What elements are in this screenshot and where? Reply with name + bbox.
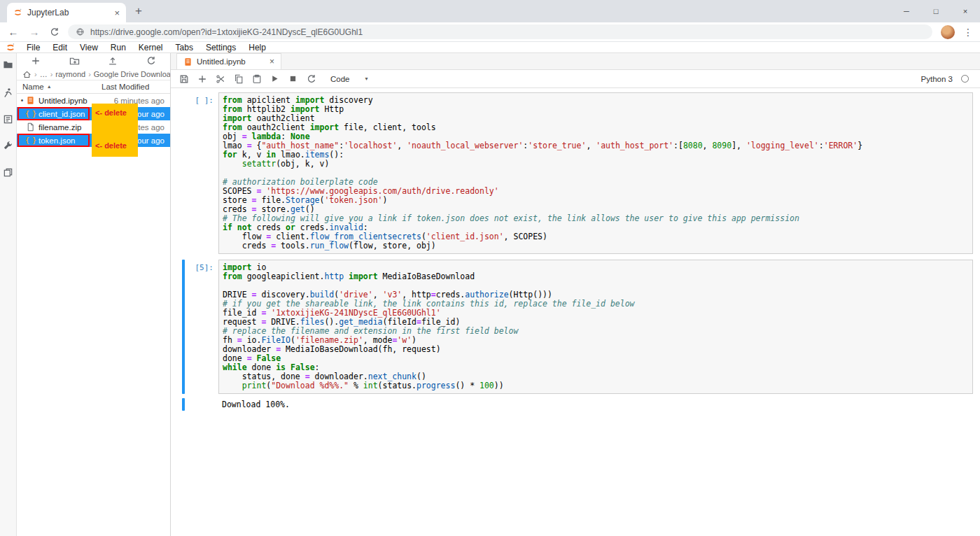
- run-icon: [270, 74, 279, 83]
- paste-button[interactable]: [251, 73, 262, 85]
- menu-settings[interactable]: Settings: [200, 43, 242, 52]
- code-editor[interactable]: import iofrom googleapiclient.http impor…: [218, 260, 973, 394]
- browser-tab[interactable]: JupyterLab ×: [7, 3, 126, 22]
- menu-items: FileEditViewRunKernelTabsSettingsHelp: [20, 43, 272, 52]
- forward-icon[interactable]: →: [28, 26, 41, 38]
- command-palette-icon[interactable]: [3, 113, 14, 125]
- breadcrumb-ellipsis[interactable]: …: [40, 70, 48, 78]
- notebook-toolbar-buttons: [178, 73, 317, 85]
- back-icon[interactable]: ←: [7, 26, 20, 38]
- menu-view[interactable]: View: [74, 43, 104, 52]
- minimize-button[interactable]: ─: [892, 0, 921, 22]
- cell-type-value: Code: [330, 75, 350, 83]
- add-cell-button[interactable]: [196, 73, 208, 85]
- cut-button[interactable]: [214, 73, 226, 85]
- code-cell: [ ]:from apiclient import discoveryfrom …: [171, 92, 973, 254]
- omnibox[interactable]: [68, 24, 932, 39]
- maximize-button[interactable]: □: [921, 0, 951, 22]
- restart-icon: [307, 74, 316, 84]
- code-editor[interactable]: from apiclient import discoveryfrom http…: [218, 92, 973, 254]
- breadcrumb-separator: ›: [88, 70, 91, 78]
- refresh-icon: [146, 56, 156, 66]
- jupyterlab-menubar: FileEditViewRunKernelTabsSettingsHelp: [0, 42, 980, 53]
- breadcrumb-separator: ›: [50, 70, 53, 78]
- breadcrumb: › … › raymond › Google Drive Download: [17, 69, 170, 80]
- menu-edit[interactable]: Edit: [46, 43, 74, 52]
- menu-help[interactable]: Help: [242, 43, 272, 52]
- home-icon[interactable]: [22, 70, 31, 79]
- notebook-file-icon: [25, 95, 36, 106]
- close-button[interactable]: ×: [951, 0, 980, 22]
- menu-file[interactable]: File: [20, 43, 46, 52]
- column-last-modified[interactable]: Last Modified: [102, 83, 170, 91]
- cut-icon: [216, 74, 225, 84]
- browser-tab-title: JupyterLab: [27, 8, 109, 17]
- execution-count: [ ]:: [185, 92, 218, 254]
- cell-type-dropdown[interactable]: Code ▾: [330, 75, 368, 83]
- open-tabs-icon[interactable]: [3, 167, 14, 178]
- new-folder-icon: [69, 56, 80, 66]
- running-sessions-icon[interactable]: [3, 87, 14, 98]
- breadcrumb-item-current[interactable]: Google Drive Download: [94, 70, 170, 78]
- breadcrumb-separator: ›: [34, 70, 37, 78]
- copy-button[interactable]: [232, 73, 244, 85]
- window-controls: ─ □ ×: [892, 0, 980, 22]
- upload-button[interactable]: [94, 56, 132, 66]
- json-file-icon: { }: [25, 108, 36, 119]
- property-inspector-icon[interactable]: [3, 140, 14, 151]
- jupyter-favicon-icon: [13, 8, 22, 17]
- notebook-file-icon: [183, 57, 192, 66]
- left-activity-bar: [0, 53, 17, 536]
- new-launcher-icon: [31, 56, 41, 66]
- new-tab-button[interactable]: +: [129, 1, 148, 21]
- browser-window: JupyterLab × + ─ □ × ← → ⋮: [0, 0, 980, 42]
- browser-menu-icon[interactable]: ⋮: [963, 27, 973, 38]
- notebook-tab-close-icon[interactable]: ×: [270, 57, 274, 66]
- notebook-toolbar: Code ▾ Python 3: [171, 70, 980, 88]
- restart-button[interactable]: [305, 73, 317, 85]
- json-file-icon: { }: [25, 135, 36, 146]
- running-indicator: •: [20, 97, 24, 104]
- url-input[interactable]: [90, 27, 925, 37]
- notebook-tab-title: Untitled.ipynb: [197, 57, 265, 66]
- document-tab-bar: Untitled.ipynb ×: [171, 53, 980, 70]
- menu-run[interactable]: Run: [104, 43, 132, 52]
- refresh-button[interactable]: [132, 56, 170, 66]
- workspace: › … › raymond › Google Drive Download Na…: [0, 53, 980, 536]
- tab-close-icon[interactable]: ×: [114, 8, 120, 18]
- reload-icon[interactable]: [49, 27, 59, 37]
- breadcrumb-item-raymond[interactable]: raymond: [55, 70, 85, 78]
- stop-button[interactable]: [287, 73, 299, 85]
- notebook-tab[interactable]: Untitled.ipynb ×: [176, 53, 281, 69]
- new-folder-button[interactable]: [55, 56, 94, 66]
- delete-annotation-label: <- delete: [95, 108, 127, 117]
- delete-annotation-label: <- delete: [95, 141, 127, 150]
- save-button[interactable]: [178, 73, 190, 85]
- column-name[interactable]: Name▲: [17, 83, 102, 91]
- add-cell-icon: [197, 74, 207, 84]
- copy-icon: [234, 74, 244, 84]
- save-icon: [179, 74, 189, 84]
- profile-avatar[interactable]: [941, 25, 955, 39]
- sort-ascending-icon: ▲: [47, 84, 52, 89]
- menu-tabs[interactable]: Tabs: [169, 43, 200, 52]
- file-browser-icon[interactable]: [3, 59, 14, 70]
- browser-tab-strip: JupyterLab × + ─ □ ×: [0, 0, 980, 22]
- browser-toolbar: ← → ⋮: [0, 22, 980, 42]
- delete-annotation: <- delete <- delete: [92, 104, 138, 157]
- menu-kernel[interactable]: Kernel: [132, 43, 169, 52]
- globe-icon: [76, 27, 85, 36]
- cell-output: Download 100%.: [218, 398, 973, 411]
- jupyter-logo-icon: [4, 43, 18, 52]
- new-launcher-button[interactable]: [17, 56, 55, 66]
- kernel-status-icon[interactable]: [961, 75, 969, 83]
- kernel-indicator: Python 3: [921, 75, 973, 83]
- output-prompt: [185, 398, 218, 411]
- run-button[interactable]: [269, 73, 281, 85]
- paste-icon: [252, 74, 262, 84]
- notebook-cells: [ ]:from apiclient import discoveryfrom …: [171, 92, 980, 411]
- file-file-icon: [25, 122, 36, 132]
- main-dock-panel: Untitled.ipynb × Code ▾ Python 3 [ ]:fro…: [171, 53, 980, 536]
- notebook-area[interactable]: [ ]:from apiclient import discoveryfrom …: [171, 88, 980, 536]
- kernel-name[interactable]: Python 3: [921, 75, 953, 83]
